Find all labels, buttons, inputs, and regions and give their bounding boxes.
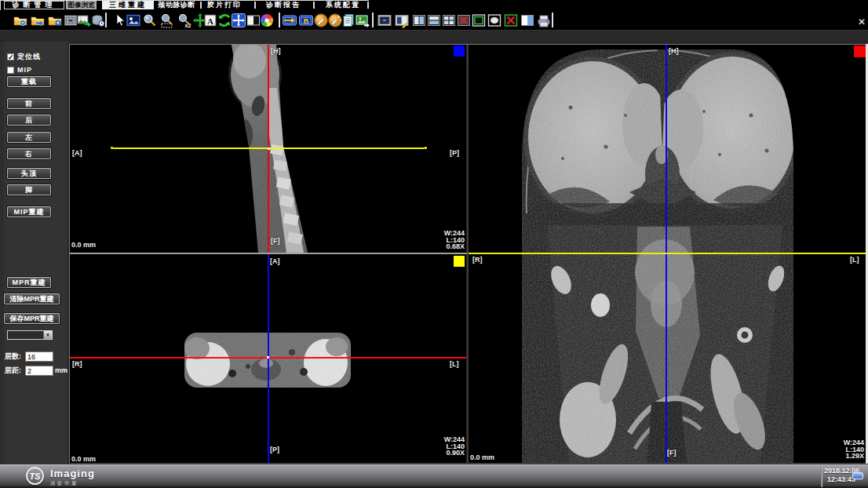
right-button[interactable]: 右 [7,148,51,159]
zoom-region-button[interactable] [159,13,175,28]
sagittal-position-label: 0.0 mm [71,241,96,249]
send-image-button[interactable] [355,13,370,28]
chevron-down-icon[interactable]: ▼ [43,331,52,339]
import-folder-button[interactable] [30,13,46,28]
tab-diagnosis-management[interactable]: 诊断管理 [4,1,64,9]
svg-text:B: B [304,17,309,25]
tab-film-print[interactable]: 胶片打印 [205,1,244,9]
checkbox-mip[interactable]: MIP [7,66,32,74]
image-arrow-icon [355,13,370,28]
locator-line-checkbox-box[interactable]: ✓ [7,53,14,60]
layer-spacing-row: 层距:2mm [5,365,67,376]
mip-checkbox-box[interactable] [7,67,14,74]
pointer-tool-button[interactable] [111,13,127,28]
roi-rect-button[interactable] [471,13,487,28]
panel-split-button[interactable] [520,13,535,28]
scroll-tool-button[interactable] [282,13,297,28]
toolbar-separator [279,13,280,27]
clear-mpr-button[interactable]: 清除MPR重建 [4,293,60,304]
fit-view-button[interactable] [231,13,246,28]
layout-2col-button[interactable] [411,13,427,28]
layer-spacing-unit: mm [55,366,67,374]
print-button[interactable] [536,13,552,28]
toolbar-separator [372,13,374,27]
calendar-icon [852,472,863,479]
tab-diagnosis-report[interactable]: 诊断报告 [261,1,306,9]
batch-tool-button[interactable]: B [298,13,314,28]
axial-sagittal-crossline[interactable] [268,254,269,463]
layout-close-button[interactable] [456,13,472,28]
add-folder-button[interactable] [47,13,63,28]
panel-divider-horizontal[interactable] [70,253,467,254]
database-button[interactable] [90,13,106,28]
refresh-icon [217,13,232,28]
orientation-label-r: [R] [472,256,483,264]
layer-count-input[interactable]: 16 [25,351,53,362]
mpr-preset-dropdown[interactable]: ▼ [7,330,53,340]
crossline-endpoint[interactable] [111,147,113,149]
orientation-label-h: [H] [271,47,281,55]
zoom-2x-button[interactable]: x2 [177,13,192,28]
orientation-label-a: [A] [270,257,280,265]
status-bar: TS Imaging 清影华康 2018.12.06 12:43:43 [0,464,868,488]
roi-ellipse-button[interactable] [487,13,502,28]
orientation-label-f: [F] [271,237,280,245]
layer-spacing-input[interactable]: 2 [25,366,53,376]
layout-edit-button[interactable] [394,13,410,28]
measure-tool-button[interactable] [313,13,329,28]
text-annotation-button[interactable]: A [202,13,218,28]
tab-carotid-diagnosis[interactable]: 颈动脉诊断 [154,1,199,9]
folder-gear-icon [13,13,28,28]
document-icon [341,13,356,28]
mpr-rebuild-button[interactable]: MPR重建 [7,277,51,288]
blue-scroll-arrow-icon [282,13,297,28]
panel-divider-vertical[interactable] [467,45,469,463]
sagittal-window-level: W:244 L:140 0.68X [444,230,465,250]
app-logo: TS Imaging 清影华康 [26,467,95,487]
refresh-button[interactable] [217,13,232,28]
mip-rebuild-button[interactable]: MIP重建 [7,206,51,217]
color-palette-button[interactable] [259,13,275,28]
back-button[interactable]: 后 [7,115,51,126]
layout-2col-icon [411,13,427,28]
coronal-corner-marker [854,46,866,57]
left-button[interactable]: 左 [7,132,51,143]
image-display-button[interactable] [126,13,141,28]
coronal-axial-crossline[interactable] [469,253,866,254]
reload-button[interactable]: 重载 [7,76,51,87]
svg-text:A: A [207,16,213,26]
sagittal-view-panel[interactable]: [H] [A] [P] [F] 0.0 mm W:244 L:140 0.68X [70,45,466,253]
report-button[interactable] [341,13,356,28]
checkbox-locator-line[interactable]: ✓定位线 [7,53,41,60]
tab-image-browse[interactable]: 图像浏览 [66,1,97,9]
layout-2row-button[interactable] [426,13,442,28]
close-icon[interactable]: ✕ [858,16,866,27]
orientation-label-a: [A] [72,149,82,157]
head-top-button[interactable]: 头顶 [7,168,51,179]
letter-a-icon: A [202,13,218,28]
foot-button[interactable]: 脚 [7,184,51,195]
panel-frame-bottom [69,463,866,464]
orientation-label-l: [L] [850,256,859,264]
tab-separator [313,2,315,9]
main-area: ✓定位线MIP重载前后左右头顶脚MIP重建MPR重建清除MPR重建保存MPR重建… [0,31,868,464]
roi-rect-icon [471,13,487,28]
roi-delete-button[interactable] [503,13,519,28]
tab-separator [254,2,256,9]
expand-cross-icon [231,13,246,28]
front-button[interactable]: 前 [7,98,51,109]
locator-line-label: 定位线 [17,52,41,62]
printer-icon [536,13,552,28]
tab-3d-reconstruction[interactable]: 三维重建 [102,1,154,9]
layout-single-button[interactable] [377,13,392,28]
zoom-tool-button[interactable] [142,13,158,28]
tab-separator [200,2,202,9]
coronal-view-panel[interactable]: [H] [R] [L] [F] 0.0 mm W:244 L:140 1.29X [469,45,866,463]
save-mpr-button[interactable]: 保存MPR重建 [4,313,60,324]
export-image-button[interactable] [76,13,92,28]
crossline-endpoint[interactable] [425,147,427,149]
tab-system-config[interactable]: 系统配置 [319,1,367,9]
open-folder-button[interactable] [13,13,28,28]
axial-view-panel[interactable]: [A] [R] [L] [P] 0.0 mm W:244 L:140 0.90X [70,254,466,463]
layout-grid-button[interactable] [441,13,457,28]
